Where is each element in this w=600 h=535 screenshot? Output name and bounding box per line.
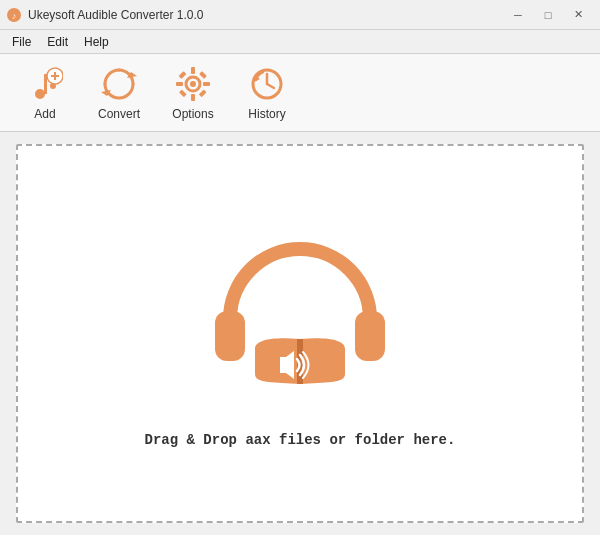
options-button[interactable]: Options [158,60,228,126]
svg-rect-26 [355,311,385,361]
svg-rect-13 [191,67,195,74]
menu-help[interactable]: Help [76,33,117,51]
convert-button[interactable]: Convert [84,60,154,126]
svg-point-12 [190,81,196,87]
title-bar-left: ♪ Ukeysoft Audible Converter 1.0.0 [6,7,203,23]
svg-rect-20 [199,89,207,97]
svg-rect-8 [54,72,56,80]
options-icon [174,65,212,103]
app-icon: ♪ [6,7,22,23]
history-button[interactable]: History [232,60,302,126]
menu-bar: File Edit Help [0,30,600,54]
close-button[interactable]: ✕ [564,5,592,25]
add-button[interactable]: Add [10,60,80,126]
svg-rect-16 [203,82,210,86]
convert-label: Convert [98,107,140,121]
svg-rect-17 [179,71,187,79]
drop-zone[interactable]: Drag & Drop aax files or folder here. [16,144,584,523]
svg-rect-19 [179,89,187,97]
drop-text: Drag & Drop aax files or folder here. [145,432,456,448]
app-title: Ukeysoft Audible Converter 1.0.0 [28,8,203,22]
menu-edit[interactable]: Edit [39,33,76,51]
content-area: Drag & Drop aax files or folder here. [0,132,600,535]
title-bar: ♪ Ukeysoft Audible Converter 1.0.0 ─ □ ✕ [0,0,600,30]
add-label: Add [34,107,55,121]
window-controls[interactable]: ─ □ ✕ [504,5,592,25]
minimize-button[interactable]: ─ [504,5,532,25]
history-icon [248,65,286,103]
convert-icon [100,65,138,103]
add-icon [26,65,64,103]
options-label: Options [172,107,213,121]
svg-marker-28 [280,357,286,373]
maximize-button[interactable]: □ [534,5,562,25]
svg-rect-14 [191,94,195,101]
svg-line-23 [267,84,274,88]
toolbar: Add Convert [0,54,600,132]
history-label: History [248,107,285,121]
svg-text:♪: ♪ [12,11,17,21]
svg-rect-18 [199,71,207,79]
svg-point-2 [35,89,45,99]
svg-rect-15 [176,82,183,86]
svg-rect-25 [215,311,245,361]
menu-file[interactable]: File [4,33,39,51]
drop-icon [200,219,400,412]
